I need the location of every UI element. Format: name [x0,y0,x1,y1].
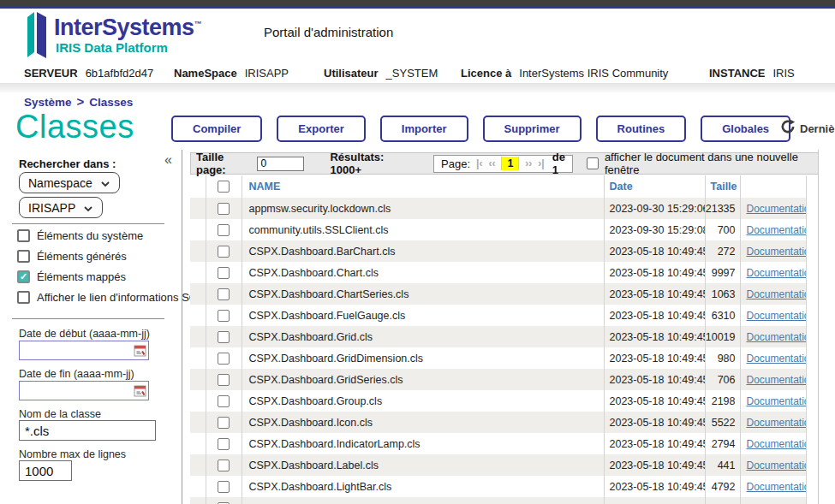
date-cell: 2023-05-18 10:49:45 [604,454,705,476]
table-row: CSPX.Dashboard.Chart.cls 2023-05-18 10:4… [190,262,806,283]
license-info: Licence àInterSystems IRIS Community [461,67,668,80]
table-row: CSPX.Dashboard.GridSeries.cls 2023-05-18… [190,369,806,390]
date-cell: 2023-09-30 15:29:08 [604,219,705,240]
size-cell: 1063 [705,283,740,305]
documentation-link[interactable]: Documentation [747,395,807,407]
first-page-button[interactable]: |‹ [476,157,482,169]
collapse-sidebar-icon[interactable]: « [164,152,172,168]
prev-page-button[interactable]: ‹‹ [488,157,495,169]
select-all-checkbox[interactable] [218,181,230,193]
documentation-link[interactable]: Documentation [747,203,807,215]
class-name-cell: appmsw.security.lockdown.cls [242,198,604,219]
row-checkbox[interactable] [218,224,230,236]
documentation-link[interactable]: Documentation [747,310,807,322]
logo-tagline: IRIS Data Platform [56,40,201,56]
row-checkbox[interactable] [218,310,230,322]
end-date-field-wrap [19,381,149,400]
sidebar-divider [12,318,164,319]
row-checkbox[interactable] [218,246,230,258]
row-checkbox[interactable] [218,438,230,450]
row-checkbox[interactable] [218,460,230,471]
row-spacer-cell [190,240,206,262]
documentation-link[interactable]: Documentation [747,288,807,300]
documentation-link[interactable]: Documentation [747,353,807,365]
new-window-checkbox[interactable] [587,157,599,169]
results-panel: Taille page: Résultats: 1000+ Page: |‹ ‹… [190,150,819,504]
max-rows-input[interactable] [19,460,72,481]
size-cell: 9997 [705,262,740,283]
generated-items-checkbox[interactable] [17,250,30,263]
row-spacer-cell [190,476,206,497]
row-checkbox[interactable] [218,203,230,215]
table-row: CSPX.Dashboard.Group.cls 2023-05-18 10:4… [190,390,806,412]
row-checkbox[interactable] [218,288,230,300]
name-column-header[interactable]: NAME [242,175,604,198]
logo-brand-text: InterSystems™ [54,11,201,40]
class-name-cell: CSPX.Dashboard.GridSeries.cls [242,369,604,390]
row-checkbox[interactable] [218,374,230,386]
documentation-link[interactable]: Documentation [747,331,807,343]
routines-button[interactable]: Routines [596,116,687,142]
documentation-link[interactable]: Documentation [747,417,807,429]
row-checkbox[interactable] [218,331,230,343]
row-select-cell [206,476,242,497]
row-spacer-cell [190,283,206,305]
date-cell: 2023-05-18 10:49:45 [604,283,705,305]
documentation-cell: Documentation [740,433,806,454]
documentation-link[interactable]: Documentation [747,460,807,471]
date-cell: 2023-05-18 10:49:45 [604,240,705,262]
globals-button[interactable]: Globales [701,116,790,142]
page-size-label: Taille page: [196,151,252,176]
row-select-cell [206,305,242,326]
row-checkbox[interactable] [218,353,230,365]
export-button[interactable]: Exporter [277,116,365,142]
row-select-cell [206,347,242,369]
scope-select[interactable]: Namespace [19,172,120,193]
size-cell: 441 [705,454,740,476]
next-page-button[interactable]: ›› [525,157,532,169]
date-column-header[interactable]: Date [604,175,705,198]
size-column-header[interactable]: Taille [705,175,740,198]
namespace-select[interactable]: IRISAPP [19,197,103,218]
row-checkbox[interactable] [218,395,230,407]
mapped-items-checkbox[interactable]: ✓ [17,270,30,283]
current-page-number[interactable]: 1 [501,157,519,170]
table-row: CSPX.Dashboard.Grid.cls 2023-05-18 10:49… [190,326,806,347]
documentation-link[interactable]: Documentation [747,224,807,236]
documentation-link[interactable]: Documentation [747,481,807,493]
compile-button[interactable]: Compiler [171,116,262,142]
calendar-icon[interactable] [134,344,146,360]
last-page-button[interactable]: ›| [538,157,544,169]
breadcrumb-systeme-link[interactable]: Système [24,96,72,109]
select-all-header [206,175,242,198]
calendar-icon[interactable] [134,384,146,400]
documentation-cell: Documentation [740,454,806,476]
sql-info-link-checkbox[interactable] [17,291,30,304]
class-name-cell: community.utils.SSLClient.cls [242,219,604,240]
grid-toolbar: Taille page: Résultats: 1000+ Page: |‹ ‹… [190,152,819,175]
instance-info: INSTANCEIRIS [709,67,795,80]
page-size-input[interactable] [257,157,304,171]
delete-button[interactable]: Supprimer [483,116,582,142]
breadcrumb-classes-link[interactable]: Classes [89,96,133,109]
size-cell: 10019 [705,326,740,347]
refresh-icon[interactable] [780,119,796,138]
user-info: Utilisateur_SYSTEM [324,67,438,80]
date-cell: 2023-05-18 10:49:45 [604,347,705,369]
documentation-link[interactable]: Documentation [747,374,807,386]
table-row: CSPX.Dashboard.IndicatorLamp.cls 2023-05… [190,433,806,454]
documentation-cell: Documentation [740,390,806,412]
system-items-checkbox[interactable] [17,229,30,242]
date-cell: 2023-05-18 10:49:45 [604,326,705,347]
row-checkbox[interactable] [218,267,230,279]
documentation-link[interactable]: Documentation [747,438,807,450]
class-name-input[interactable] [19,420,156,441]
row-checkbox[interactable] [218,417,230,429]
row-checkbox[interactable] [218,481,230,493]
classes-table: NAME Date Taille appmsw.security.lockdow… [190,175,807,504]
import-button[interactable]: Importer [380,116,468,142]
documentation-link[interactable]: Documentation [747,267,807,279]
documentation-link[interactable]: Documentation [747,246,807,258]
begin-date-input[interactable] [20,341,129,359]
end-date-input[interactable] [20,382,129,400]
